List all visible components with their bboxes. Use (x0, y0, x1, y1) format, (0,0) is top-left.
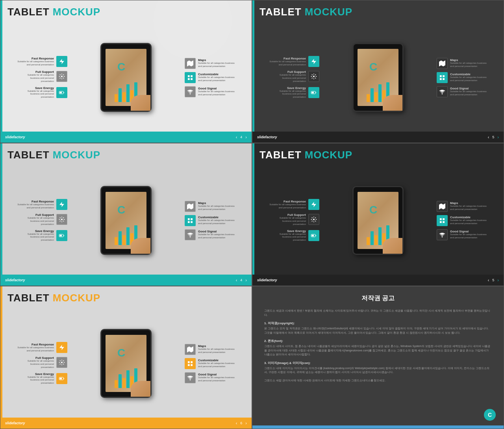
slide-content-3: Fast Response Suitable for all categorie… (0, 167, 252, 274)
svg-point-0 (61, 76, 63, 77)
copyright-heading-2: 1. 저작권(copyright): (264, 321, 492, 325)
footer-2: slidefactory ‹ 5 › (252, 132, 504, 143)
ftdr5-m: Suitable for all categories businessand … (198, 348, 247, 354)
map-icon-5 (185, 344, 196, 355)
feature-desc-s1: Suitable for all categoriesbusiness and … (5, 74, 54, 83)
feature-support-3: Full Support Suitable for all categories… (5, 213, 67, 226)
fttr5-c: Customizable (198, 358, 247, 362)
next-arrow-4[interactable]: › (497, 278, 499, 282)
ftr4-m: Maps Suitable for all categories busines… (450, 201, 499, 211)
map-icon-4 (437, 201, 448, 212)
ft5-3: Save Energy Suitable for all categoriesb… (5, 372, 54, 385)
prev-arrow-4[interactable]: ‹ (488, 278, 489, 282)
bar-2 (119, 88, 122, 102)
ftd4-3: Suitable for all categoriesbusiness and … (257, 233, 306, 242)
footer-nav-5[interactable]: ‹ 6 › (236, 421, 247, 425)
svg-rect-14 (443, 78, 445, 80)
tablet-mockup-1: C (67, 24, 185, 131)
feature-title-s1: Full Support (5, 70, 54, 74)
ft4-2: Full Support Suitable for all categories… (257, 213, 306, 226)
ftdr5-gs: Suitable for all categories businessand … (198, 376, 247, 383)
next-arrow-1[interactable]: › (245, 135, 247, 139)
grid-icon-3 (185, 215, 196, 226)
prev-arrow-5[interactable]: ‹ (236, 421, 237, 425)
prev-arrow-1[interactable]: ‹ (236, 135, 237, 139)
fttr3-gs: Good Signal (198, 230, 247, 233)
fttr4-m: Maps (450, 201, 499, 205)
next-arrow-5[interactable]: › (245, 421, 247, 425)
title-word2-1: MOCKUP (53, 6, 101, 18)
battery-icon-5 (56, 373, 67, 384)
copyright-logo: C (484, 409, 496, 421)
feature-desc-1: Suitable for all categories businessand … (5, 60, 54, 67)
svg-rect-21 (188, 221, 190, 223)
ft2-1: Fast Response Suitable for all categorie… (257, 57, 306, 67)
tablet-body-1: C (100, 43, 152, 112)
svg-point-23 (190, 236, 190, 237)
next-arrow-3[interactable]: › (245, 278, 247, 282)
ftr4-gs: Good Signal Suitable for all categories … (450, 230, 499, 240)
feature-text-c1: Customizable Suitable for all categories… (198, 72, 247, 82)
feature-desc-c1: Suitable for all categories businessand … (198, 76, 247, 82)
ftdr2-gs: Suitable for all categories businessand … (450, 90, 499, 97)
fttr2-m: Maps (450, 58, 499, 62)
ftdr4-gs: Suitable for all categories businessand … (450, 233, 499, 240)
svg-rect-27 (440, 218, 442, 220)
ftt3-3: Save Energy (5, 229, 54, 233)
grid-icon-5 (185, 358, 196, 369)
ftdr2-m: Suitable for all categories businessand … (450, 62, 499, 68)
ftdr2-c: Suitable for all categories businessand … (450, 76, 499, 82)
ftr5-m: Maps Suitable for all categories busines… (198, 344, 247, 354)
slide-title-5: TABLET MOCKUP (7, 292, 100, 304)
features-right-4: Maps Suitable for all categories busines… (437, 201, 504, 240)
footer-brand-4: slidefactory (257, 278, 277, 282)
ftdr3-m: Suitable for all categories businessand … (198, 205, 247, 211)
slide-num-1: 4 (240, 135, 242, 139)
feature-text-e1: Save Energy Suitable for all categoriesb… (5, 86, 54, 99)
footer-nav-1[interactable]: ‹ 4 › (236, 135, 247, 139)
footer-brand-5: slidefactory (5, 421, 25, 425)
svg-rect-19 (188, 218, 190, 220)
copyright-heading-4: 3. 이미지(Image) & 이미지(con): (264, 361, 492, 365)
ft4-3: Save Energy Suitable for all categoriesb… (257, 229, 306, 242)
features-left-2: Fast Response Suitable for all categorie… (252, 56, 319, 99)
tablet-mockup-3: C (67, 167, 185, 274)
feature-text-s1: Full Support Suitable for all categories… (5, 70, 54, 83)
svg-point-39 (190, 379, 190, 380)
footer-nav-2[interactable]: ‹ 5 › (488, 135, 499, 139)
slide-5: TABLET MOCKUP Fast Response Suitable for… (0, 286, 252, 429)
footer-1: slidefactory ‹ 4 › (0, 132, 252, 143)
ftt4-1: Fast Response (257, 200, 306, 203)
tablet-hand-1 (131, 95, 150, 111)
ftdr3-gs: Suitable for all categories businessand … (198, 233, 247, 240)
ftd5-3: Suitable for all categoriesbusiness and … (5, 376, 54, 385)
svg-rect-5 (188, 78, 190, 80)
footer-brand-3: slidefactory (5, 278, 25, 282)
map-icon-1 (185, 58, 196, 69)
ftd2-2: Suitable for all categoriesbusiness and … (257, 74, 306, 83)
feature-fast-response-1: Fast Response Suitable for all categorie… (5, 56, 67, 67)
settings-icon-4 (308, 214, 319, 225)
ftr3-m: Maps Suitable for all categories busines… (198, 201, 247, 211)
copyright-title: 저작권 공고 (264, 294, 492, 303)
svg-rect-34 (60, 378, 62, 379)
ft2-3: Save Energy Suitable for all categoriesb… (257, 86, 306, 99)
feature-support-2: Full Support Suitable for all categories… (257, 70, 319, 83)
settings-icon-5 (56, 357, 67, 368)
title-word1-5: TABLET (7, 292, 50, 304)
footer-nav-3[interactable]: ‹ 4 › (236, 278, 247, 282)
settings-icon-1 (56, 71, 67, 82)
svg-rect-29 (440, 221, 442, 223)
prev-arrow-2[interactable]: ‹ (488, 135, 489, 139)
prev-arrow-3[interactable]: ‹ (236, 278, 237, 282)
ftr4-c: Customizable Suitable for all categories… (450, 215, 499, 225)
feature-signal-2: Good Signal Suitable for all categories … (437, 86, 499, 97)
ftdr5-c: Suitable for all categories businessand … (198, 362, 247, 368)
feature-fast-5: Fast Response Suitable for all categorie… (5, 342, 67, 353)
fttr2-c: Customizable (450, 72, 499, 76)
svg-rect-26 (312, 235, 314, 236)
slide-num-4: 5 (492, 278, 494, 282)
footer-brand-2: slidefactory (257, 135, 277, 139)
footer-nav-4[interactable]: ‹ 5 › (488, 278, 499, 282)
next-arrow-2[interactable]: › (497, 135, 499, 139)
